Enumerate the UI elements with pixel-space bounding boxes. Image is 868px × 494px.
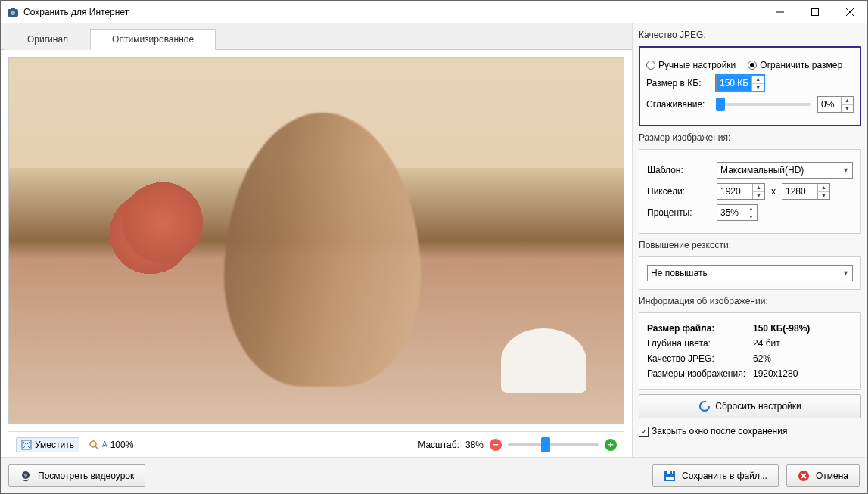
smoothing-slider[interactable] — [716, 103, 811, 106]
cancel-button[interactable]: Отмена — [786, 464, 860, 487]
jpeg-quality-group: Ручные настройки Ограничить размер Разме… — [639, 46, 861, 126]
image-info-group: Размер файла:150 КБ(-98%) Глубина цвета:… — [639, 312, 861, 390]
size-kb-label: Размер в КБ: — [646, 78, 710, 89]
smoothing-stepper[interactable]: ▲▼ — [841, 97, 853, 112]
svg-rect-14 — [666, 477, 674, 480]
zoom-bar: Уместить A 100% Масштаб: 38% − + — [8, 431, 624, 457]
minimize-button[interactable] — [763, 1, 798, 23]
sharpen-group: Не повышать▼ — [639, 256, 861, 290]
cancel-icon — [798, 470, 810, 482]
zoom-out-button[interactable]: − — [490, 439, 502, 451]
refresh-icon — [698, 400, 711, 412]
fit-icon — [21, 440, 32, 450]
percent-label: Проценты: — [647, 207, 711, 218]
svg-point-8 — [90, 441, 96, 447]
zoom-100-button[interactable]: A 100% — [86, 438, 136, 452]
dims-value: 1920x1280 — [753, 366, 853, 381]
bottom-bar: Посмотреть видеоурок Сохранить в файл...… — [1, 457, 867, 493]
template-label: Шаблон: — [647, 165, 711, 176]
scale-value: 38% — [465, 440, 484, 450]
zoom-slider[interactable] — [508, 443, 599, 446]
fit-button[interactable]: Уместить — [16, 437, 79, 452]
close-after-save-checkbox[interactable]: ✓ Закрыть окно после сохранения — [639, 423, 861, 440]
depth-value: 24 бит — [753, 336, 853, 351]
svg-rect-7 — [22, 440, 31, 449]
radio-manual[interactable]: Ручные настройки — [646, 60, 736, 70]
sharpen-select[interactable]: Не повышать▼ — [647, 265, 853, 281]
svg-point-1 — [11, 11, 15, 15]
reset-settings-button[interactable]: Сбросить настройки — [639, 394, 861, 418]
radio-limit-size[interactable]: Ограничить размер — [748, 60, 842, 70]
height-input[interactable]: 1280▲▼ — [782, 183, 830, 200]
size-kb-input[interactable]: 150 КБ ▲▼ — [716, 75, 764, 92]
zoom-slider-thumb[interactable] — [541, 437, 550, 452]
svg-rect-15 — [670, 471, 672, 474]
dims-label: Размеры изображения: — [647, 366, 753, 381]
magnifier-icon — [89, 440, 99, 450]
svg-line-9 — [95, 446, 98, 449]
zoom-100-label: 100% — [110, 440, 134, 450]
jpegq-value: 62% — [753, 351, 853, 366]
depth-label: Глубина цвета: — [647, 336, 753, 351]
preview-area[interactable] — [8, 57, 624, 424]
preview-tabs: Оригинал Оптимизированное — [1, 23, 632, 50]
titlebar: Сохранить для Интернет — [1, 1, 867, 23]
filesize-label: Размер файла: — [647, 321, 753, 336]
smoothing-label: Сглаживание: — [646, 99, 710, 110]
x-label: x — [771, 186, 776, 197]
svg-rect-2 — [11, 8, 15, 10]
window-title: Сохранить для Интернет — [23, 7, 763, 17]
svg-rect-4 — [812, 8, 819, 15]
webcam-icon — [20, 470, 32, 482]
filesize-value: 150 КБ(-98%) — [753, 321, 853, 336]
jpegq-label: Качество JPEG: — [647, 351, 753, 366]
image-size-group: Шаблон: Максимальный(HD)▼ Пиксели: 1920▲… — [639, 149, 861, 234]
image-size-label: Размер изображения: — [639, 131, 861, 144]
fit-label: Уместить — [35, 440, 74, 450]
video-lesson-button[interactable]: Посмотреть видеоурок — [8, 464, 145, 487]
tab-original[interactable]: Оригинал — [5, 29, 90, 50]
smoothing-input[interactable]: 0% ▲▼ — [817, 96, 854, 113]
close-button[interactable] — [832, 1, 867, 23]
width-input[interactable]: 1920▲▼ — [717, 183, 765, 200]
save-to-file-button[interactable]: Сохранить в файл... — [652, 464, 779, 487]
maximize-button[interactable] — [798, 1, 832, 23]
template-select[interactable]: Максимальный(HD)▼ — [717, 162, 853, 179]
image-info-label: Информация об изображении: — [639, 294, 861, 308]
sharpen-label: Повышение резкости: — [639, 238, 861, 252]
tab-optimized[interactable]: Оптимизированное — [90, 29, 216, 50]
scale-label: Масштаб: — [418, 440, 459, 450]
percent-input[interactable]: 35%▲▼ — [717, 204, 758, 221]
svg-point-11 — [24, 474, 27, 477]
save-icon — [664, 470, 676, 482]
app-icon — [7, 6, 19, 18]
pixels-label: Пиксели: — [647, 186, 711, 197]
size-kb-stepper[interactable]: ▲▼ — [751, 76, 764, 91]
zoom-in-button[interactable]: + — [605, 439, 617, 451]
jpeg-quality-label: Качество JPEG: — [639, 28, 861, 42]
preview-image — [9, 58, 624, 423]
